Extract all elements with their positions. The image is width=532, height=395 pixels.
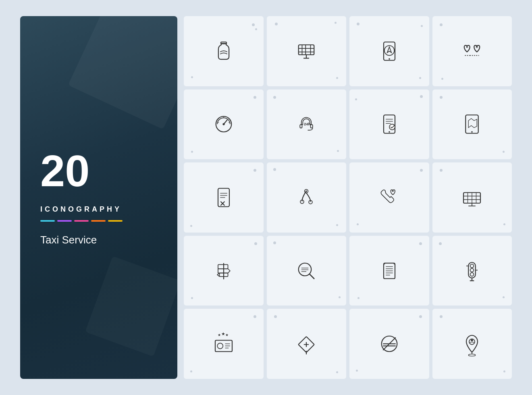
svg-marker-11: [387, 47, 392, 52]
route-ab-icon: A B: [458, 37, 486, 65]
svg-rect-33: [466, 115, 479, 134]
svg-rect-0: [221, 42, 227, 44]
traffic-light-icon: [458, 257, 486, 285]
road-sign-icon: [292, 330, 320, 358]
svg-text:★: ★: [218, 333, 221, 337]
iconography-label: ICONOGRAPHY: [40, 205, 122, 214]
color-bar-5: [108, 220, 123, 222]
color-bars: [40, 220, 123, 222]
driver-card-icon: ★ ★ ★: [210, 330, 238, 358]
driver-card-cell: ★ ★ ★: [184, 309, 264, 379]
main-container: 20 ICONOGRAPHY Taxi Service: [20, 16, 512, 379]
signpost-icon: [210, 257, 238, 285]
svg-text:★: ★: [221, 331, 225, 336]
route-map-icon: [292, 183, 320, 212]
svg-point-34: [472, 131, 473, 133]
location-person-icon: [458, 330, 486, 358]
taxi-screen-cell: [432, 162, 512, 233]
svg-rect-1: [299, 45, 314, 55]
svg-text:B: B: [476, 46, 478, 48]
water-bottle-cell: [184, 16, 264, 86]
left-panel: 20 ICONOGRAPHY Taxi Service: [20, 16, 177, 379]
navigation-phone-cell: [349, 16, 429, 86]
24h-support-icon: 24h: [292, 110, 320, 138]
color-bar-3: [74, 220, 89, 222]
route-ab-cell: A B: [432, 16, 512, 86]
water-bottle-icon: [210, 37, 238, 65]
traffic-light-cell: [432, 236, 512, 306]
svg-point-32: [389, 131, 390, 133]
taxi-sign-cell: [267, 16, 347, 86]
mobile-booking-cell: [349, 89, 429, 160]
svg-rect-68: [469, 262, 476, 278]
taxi-sign-icon: [292, 37, 320, 65]
svg-point-43: [306, 190, 308, 192]
search-taxi-icon: [292, 257, 320, 285]
svg-point-20: [222, 123, 224, 125]
svg-rect-55: [218, 264, 228, 269]
color-bar-1: [40, 220, 55, 222]
cancel-booking-icon: [210, 183, 238, 212]
svg-point-71: [470, 272, 474, 276]
taxi-screen-icon: [458, 183, 486, 212]
svg-point-77: [217, 343, 223, 349]
search-taxi-cell: [267, 236, 347, 306]
svg-rect-25: [311, 125, 313, 128]
phone-location-icon: [375, 183, 403, 212]
icon-count: 20: [40, 149, 89, 193]
road-sign-cell: [267, 309, 347, 379]
location-person-cell: [432, 309, 512, 379]
svg-point-70: [470, 268, 474, 272]
no-smoking-icon: [375, 330, 403, 358]
svg-point-45: [392, 190, 394, 192]
navigation-phone-icon: [375, 37, 403, 65]
mobile-booking-icon: [375, 110, 403, 138]
taxi-service-title: Taxi Service: [40, 234, 97, 246]
telephone-icon: [375, 257, 403, 285]
svg-point-91: [471, 339, 473, 341]
24h-support-cell: 24h: [267, 89, 347, 160]
telephone-cell: [349, 236, 429, 306]
svg-rect-24: [300, 125, 302, 128]
svg-text:24h: 24h: [304, 122, 311, 126]
icon-grid: A B: [184, 16, 512, 379]
svg-point-31: [389, 124, 395, 130]
svg-text:A: A: [466, 46, 468, 48]
svg-point-69: [470, 264, 474, 268]
signpost-cell: [184, 236, 264, 306]
phone-location-cell: [349, 162, 429, 233]
speedometer-cell: [184, 89, 264, 160]
speedometer-icon: [210, 110, 238, 138]
color-bar-2: [57, 220, 72, 222]
cancel-booking-cell: [184, 162, 264, 233]
svg-line-58: [310, 274, 314, 278]
map-phone-cell: [432, 89, 512, 160]
svg-point-12: [389, 58, 390, 60]
svg-text:★: ★: [225, 333, 228, 337]
no-smoking-cell: [349, 309, 429, 379]
map-phone-icon: [458, 110, 486, 138]
color-bar-4: [91, 220, 106, 222]
route-map-cell: [267, 162, 347, 233]
